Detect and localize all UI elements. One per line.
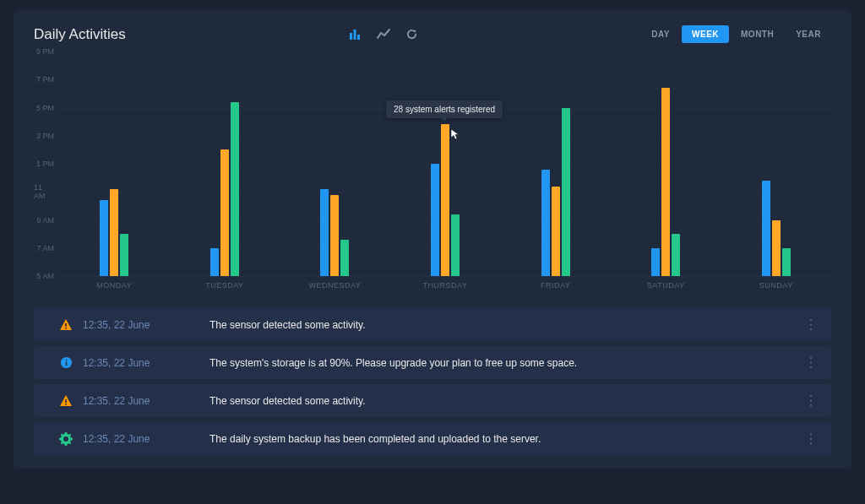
y-tick: 7 AM <box>36 244 54 252</box>
y-tick: 9 AM <box>36 216 54 225</box>
svg-rect-9 <box>65 404 67 405</box>
bar-green[interactable] <box>672 234 680 276</box>
bar-blue[interactable] <box>651 248 660 276</box>
bar-green[interactable] <box>782 248 791 276</box>
bar-green[interactable] <box>120 234 128 276</box>
activity-time: 12:35, 22 June <box>83 319 209 331</box>
plot-area <box>59 51 831 276</box>
svg-rect-0 <box>350 33 352 40</box>
line-chart-icon[interactable] <box>377 28 390 41</box>
time-range-controls: DAYWEEKMONTHYEAR <box>641 25 831 43</box>
y-tick: 5 PM <box>36 104 54 112</box>
svg-rect-4 <box>65 328 67 329</box>
activity-message: The sensor detected some activity. <box>209 319 804 331</box>
chart-column-sunday <box>721 51 831 276</box>
y-axis: 5 AM7 AM9 AM11 AM1 PM3 PM5 PM7 PM9 PM <box>34 51 59 276</box>
activity-list: 12:35, 22 JuneThe sensor detected some a… <box>34 308 831 455</box>
bar-green[interactable] <box>451 214 460 276</box>
svg-rect-8 <box>65 399 67 403</box>
activity-row[interactable]: 12:35, 22 JuneThe sensor detected some a… <box>34 384 831 417</box>
panel-header: Daily Activities DAYWEEKMONTHYEAR <box>34 25 831 43</box>
bar-orange[interactable] <box>661 88 670 276</box>
chart-column-friday <box>500 51 611 276</box>
gear-icon <box>49 432 83 446</box>
chart-column-monday <box>59 51 170 276</box>
bar-orange[interactable] <box>110 189 118 276</box>
y-tick: 3 PM <box>36 132 54 140</box>
more-icon[interactable]: ⋮ <box>804 393 816 409</box>
chart-tooltip: 28 system alerts registered <box>386 100 503 118</box>
chart-column-satuday <box>611 51 721 276</box>
chart-area: 5 AM7 AM9 AM11 AM1 PM3 PM5 PM7 PM9 PM MO… <box>59 51 831 296</box>
bar-orange[interactable] <box>441 124 449 276</box>
svg-rect-2 <box>357 35 360 40</box>
activity-message: The sensor detected some activity. <box>209 395 804 407</box>
svg-rect-7 <box>65 360 67 361</box>
more-icon[interactable]: ⋮ <box>804 317 816 333</box>
x-axis: MONDAYTUESDAYWEDNESDAYTHURSDAYFRIDAYSATU… <box>59 276 831 296</box>
y-tick: 1 PM <box>36 160 54 168</box>
bar-blue[interactable] <box>320 189 329 276</box>
activity-message: The system's storage is at 90%. Please u… <box>209 357 804 369</box>
x-label: SATUDAY <box>611 276 721 296</box>
svg-rect-6 <box>65 362 67 366</box>
bar-blue[interactable] <box>762 181 770 276</box>
bar-orange[interactable] <box>552 187 560 276</box>
bar-blue[interactable] <box>100 200 108 276</box>
bar-orange[interactable] <box>330 195 339 276</box>
x-label: TUESDAY <box>170 276 280 296</box>
chart-type-controls <box>348 28 419 41</box>
activity-row[interactable]: 12:35, 22 JuneThe system's storage is at… <box>34 346 831 379</box>
warning-icon <box>49 394 83 408</box>
dashboard-panel: Daily Activities DAYWEEKMONTHYEAR 5 AM7 … <box>14 10 851 469</box>
y-tick: 11 AM <box>34 183 54 200</box>
x-label: FRIDAY <box>500 276 611 296</box>
bar-green[interactable] <box>562 108 570 277</box>
mouse-cursor-icon <box>450 128 460 138</box>
bar-orange[interactable] <box>220 149 229 276</box>
x-label: SUNDAY <box>721 276 831 296</box>
chart-column-wednesday <box>280 51 390 276</box>
more-icon[interactable]: ⋮ <box>804 355 816 371</box>
bar-blue[interactable] <box>541 170 550 276</box>
refresh-icon[interactable] <box>405 28 419 41</box>
time-filter-month[interactable]: MONTH <box>731 25 784 43</box>
time-filter-week[interactable]: WEEK <box>682 25 729 43</box>
bar-green[interactable] <box>340 240 349 276</box>
x-label: WEDNESDAY <box>280 276 390 296</box>
y-tick: 9 PM <box>36 47 54 56</box>
bar-chart-icon[interactable] <box>348 28 362 41</box>
panel-title: Daily Activities <box>34 26 126 43</box>
time-filter-day[interactable]: DAY <box>641 25 680 43</box>
y-tick: 7 PM <box>36 75 54 84</box>
activity-row[interactable]: 12:35, 22 JuneThe sensor detected some a… <box>34 308 831 341</box>
time-filter-year[interactable]: YEAR <box>786 25 831 43</box>
x-label: THURSDAY <box>390 276 501 296</box>
y-tick: 5 AM <box>36 272 54 280</box>
svg-rect-3 <box>65 323 67 327</box>
bar-orange[interactable] <box>772 220 781 277</box>
activity-time: 12:35, 22 June <box>83 357 209 369</box>
info-icon <box>49 356 83 369</box>
chart-column-thursday <box>390 51 501 276</box>
activity-row[interactable]: 12:35, 22 JuneThe daily system backup ha… <box>34 422 831 455</box>
activity-time: 12:35, 22 June <box>83 433 209 445</box>
chart-column-tuesday <box>170 51 280 276</box>
more-icon[interactable]: ⋮ <box>804 431 816 447</box>
x-label: MONDAY <box>59 276 170 296</box>
svg-rect-1 <box>353 30 356 40</box>
warning-icon <box>49 318 83 332</box>
activity-message: The daily system backup has been complet… <box>209 433 804 445</box>
activity-time: 12:35, 22 June <box>83 395 209 407</box>
bar-blue[interactable] <box>210 248 219 276</box>
bar-green[interactable] <box>231 102 239 276</box>
bar-blue[interactable] <box>431 164 439 276</box>
